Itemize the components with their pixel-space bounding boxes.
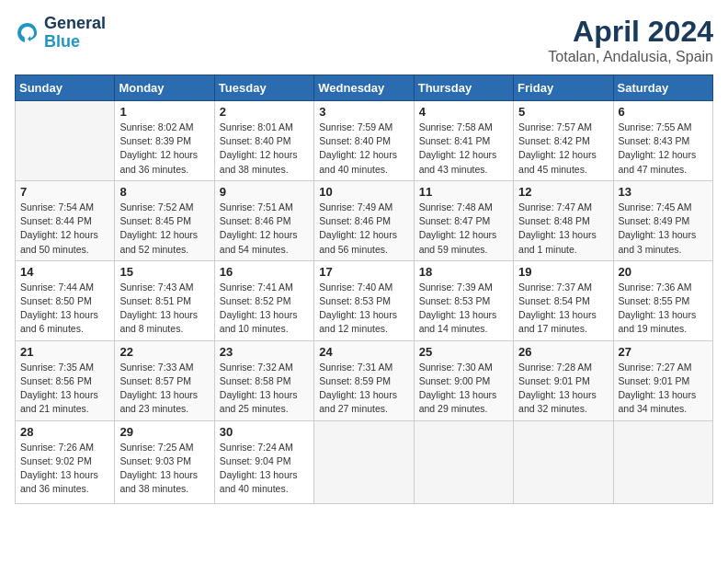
day-number: 15	[119, 265, 209, 279]
day-cell: 23Sunrise: 7:32 AM Sunset: 8:58 PM Dayli…	[214, 340, 313, 420]
day-cell: 15Sunrise: 7:43 AM Sunset: 8:51 PM Dayli…	[115, 260, 214, 340]
day-info: Sunrise: 7:36 AM Sunset: 8:55 PM Dayligh…	[619, 281, 708, 337]
day-number: 24	[319, 345, 408, 359]
day-number: 28	[20, 425, 109, 439]
day-info: Sunrise: 7:58 AM Sunset: 8:41 PM Dayligh…	[419, 121, 508, 177]
day-info: Sunrise: 7:28 AM Sunset: 9:01 PM Dayligh…	[518, 361, 608, 417]
week-row-3: 14Sunrise: 7:44 AM Sunset: 8:50 PM Dayli…	[16, 260, 713, 340]
day-info: Sunrise: 7:26 AM Sunset: 9:02 PM Dayligh…	[20, 441, 109, 497]
day-cell: 12Sunrise: 7:47 AM Sunset: 8:48 PM Dayli…	[514, 180, 613, 260]
day-cell: 26Sunrise: 7:28 AM Sunset: 9:01 PM Dayli…	[514, 340, 613, 420]
day-cell: 27Sunrise: 7:27 AM Sunset: 9:01 PM Dayli…	[613, 340, 712, 420]
day-info: Sunrise: 7:44 AM Sunset: 8:50 PM Dayligh…	[20, 281, 109, 337]
day-number: 11	[419, 185, 508, 199]
week-row-4: 21Sunrise: 7:35 AM Sunset: 8:56 PM Dayli…	[16, 340, 713, 420]
day-info: Sunrise: 8:01 AM Sunset: 8:40 PM Dayligh…	[220, 121, 309, 177]
day-cell: 13Sunrise: 7:45 AM Sunset: 8:49 PM Dayli…	[613, 180, 712, 260]
col-header-wednesday: Wednesday	[314, 75, 414, 101]
week-row-5: 28Sunrise: 7:26 AM Sunset: 9:02 PM Dayli…	[16, 420, 713, 503]
day-info: Sunrise: 8:02 AM Sunset: 8:39 PM Dayligh…	[119, 121, 209, 177]
day-number: 30	[220, 425, 309, 439]
day-cell	[514, 420, 613, 503]
day-cell: 22Sunrise: 7:33 AM Sunset: 8:57 PM Dayli…	[115, 340, 214, 420]
day-number: 27	[619, 345, 708, 359]
day-info: Sunrise: 7:27 AM Sunset: 9:01 PM Dayligh…	[619, 361, 708, 417]
day-info: Sunrise: 7:59 AM Sunset: 8:40 PM Dayligh…	[319, 121, 408, 177]
day-info: Sunrise: 7:33 AM Sunset: 8:57 PM Dayligh…	[119, 361, 209, 417]
day-cell: 8Sunrise: 7:52 AM Sunset: 8:45 PM Daylig…	[115, 180, 214, 260]
day-number: 19	[518, 265, 608, 279]
col-header-friday: Friday	[514, 75, 613, 101]
day-number: 16	[220, 265, 309, 279]
day-number: 4	[419, 105, 508, 119]
day-number: 22	[119, 345, 209, 359]
col-header-monday: Monday	[115, 75, 214, 101]
day-number: 6	[619, 105, 708, 119]
logo-blue: Blue	[44, 32, 80, 51]
day-number: 20	[619, 265, 708, 279]
day-number: 2	[220, 105, 309, 119]
day-number: 26	[518, 345, 608, 359]
logo: General Blue	[15, 15, 106, 52]
day-info: Sunrise: 7:31 AM Sunset: 8:59 PM Dayligh…	[319, 361, 408, 417]
day-cell: 14Sunrise: 7:44 AM Sunset: 8:50 PM Dayli…	[16, 260, 115, 340]
week-row-2: 7Sunrise: 7:54 AM Sunset: 8:44 PM Daylig…	[16, 180, 713, 260]
logo-general: General	[44, 14, 106, 32]
day-info: Sunrise: 7:54 AM Sunset: 8:44 PM Dayligh…	[20, 201, 109, 257]
day-number: 25	[419, 345, 508, 359]
day-info: Sunrise: 7:45 AM Sunset: 8:49 PM Dayligh…	[619, 201, 708, 257]
day-cell: 19Sunrise: 7:37 AM Sunset: 8:54 PM Dayli…	[514, 260, 613, 340]
day-info: Sunrise: 7:24 AM Sunset: 9:04 PM Dayligh…	[220, 441, 309, 497]
day-cell: 18Sunrise: 7:39 AM Sunset: 8:53 PM Dayli…	[414, 260, 513, 340]
day-info: Sunrise: 7:35 AM Sunset: 8:56 PM Dayligh…	[20, 361, 109, 417]
day-cell: 25Sunrise: 7:30 AM Sunset: 9:00 PM Dayli…	[414, 340, 513, 420]
day-number: 17	[319, 265, 408, 279]
day-cell: 28Sunrise: 7:26 AM Sunset: 9:02 PM Dayli…	[16, 420, 115, 503]
col-header-tuesday: Tuesday	[214, 75, 313, 101]
day-info: Sunrise: 7:40 AM Sunset: 8:53 PM Dayligh…	[319, 281, 408, 337]
day-number: 9	[220, 185, 309, 199]
title-area: April 2024 Totalan, Andalusia, Spain	[548, 15, 713, 65]
location-title: Totalan, Andalusia, Spain	[548, 49, 713, 65]
day-number: 10	[319, 185, 408, 199]
day-cell	[613, 420, 712, 503]
day-number: 3	[319, 105, 408, 119]
day-cell: 21Sunrise: 7:35 AM Sunset: 8:56 PM Dayli…	[16, 340, 115, 420]
day-cell: 5Sunrise: 7:57 AM Sunset: 8:42 PM Daylig…	[514, 101, 613, 181]
day-cell: 20Sunrise: 7:36 AM Sunset: 8:55 PM Dayli…	[613, 260, 712, 340]
logo-icon	[15, 20, 40, 46]
day-cell	[414, 420, 513, 503]
day-number: 7	[20, 185, 109, 199]
week-row-1: 1Sunrise: 8:02 AM Sunset: 8:39 PM Daylig…	[16, 101, 713, 181]
day-info: Sunrise: 7:51 AM Sunset: 8:46 PM Dayligh…	[220, 201, 309, 257]
header-row: SundayMondayTuesdayWednesdayThursdayFrid…	[16, 75, 713, 101]
day-number: 29	[119, 425, 209, 439]
day-info: Sunrise: 7:48 AM Sunset: 8:47 PM Dayligh…	[419, 201, 508, 257]
calendar-table: SundayMondayTuesdayWednesdayThursdayFrid…	[15, 75, 713, 504]
day-cell: 10Sunrise: 7:49 AM Sunset: 8:46 PM Dayli…	[314, 180, 414, 260]
day-cell	[16, 101, 115, 181]
day-number: 1	[119, 105, 209, 119]
col-header-thursday: Thursday	[414, 75, 513, 101]
day-info: Sunrise: 7:30 AM Sunset: 9:00 PM Dayligh…	[419, 361, 508, 417]
day-info: Sunrise: 7:47 AM Sunset: 8:48 PM Dayligh…	[518, 201, 608, 257]
day-cell: 30Sunrise: 7:24 AM Sunset: 9:04 PM Dayli…	[214, 420, 313, 503]
header: General Blue April 2024 Totalan, Andalus…	[15, 15, 713, 65]
day-number: 5	[518, 105, 608, 119]
day-number: 13	[619, 185, 708, 199]
logo-text-block: General Blue	[44, 15, 106, 52]
day-number: 18	[419, 265, 508, 279]
day-info: Sunrise: 7:52 AM Sunset: 8:45 PM Dayligh…	[119, 201, 209, 257]
day-cell: 17Sunrise: 7:40 AM Sunset: 8:53 PM Dayli…	[314, 260, 414, 340]
day-cell: 16Sunrise: 7:41 AM Sunset: 8:52 PM Dayli…	[214, 260, 313, 340]
day-cell: 2Sunrise: 8:01 AM Sunset: 8:40 PM Daylig…	[214, 101, 313, 181]
day-cell: 24Sunrise: 7:31 AM Sunset: 8:59 PM Dayli…	[314, 340, 414, 420]
day-cell: 1Sunrise: 8:02 AM Sunset: 8:39 PM Daylig…	[115, 101, 214, 181]
day-cell: 9Sunrise: 7:51 AM Sunset: 8:46 PM Daylig…	[214, 180, 313, 260]
day-info: Sunrise: 7:39 AM Sunset: 8:53 PM Dayligh…	[419, 281, 508, 337]
month-title: April 2024	[548, 15, 713, 49]
day-number: 12	[518, 185, 608, 199]
day-info: Sunrise: 7:55 AM Sunset: 8:43 PM Dayligh…	[619, 121, 708, 177]
day-info: Sunrise: 7:37 AM Sunset: 8:54 PM Dayligh…	[518, 281, 608, 337]
day-cell: 6Sunrise: 7:55 AM Sunset: 8:43 PM Daylig…	[613, 101, 712, 181]
